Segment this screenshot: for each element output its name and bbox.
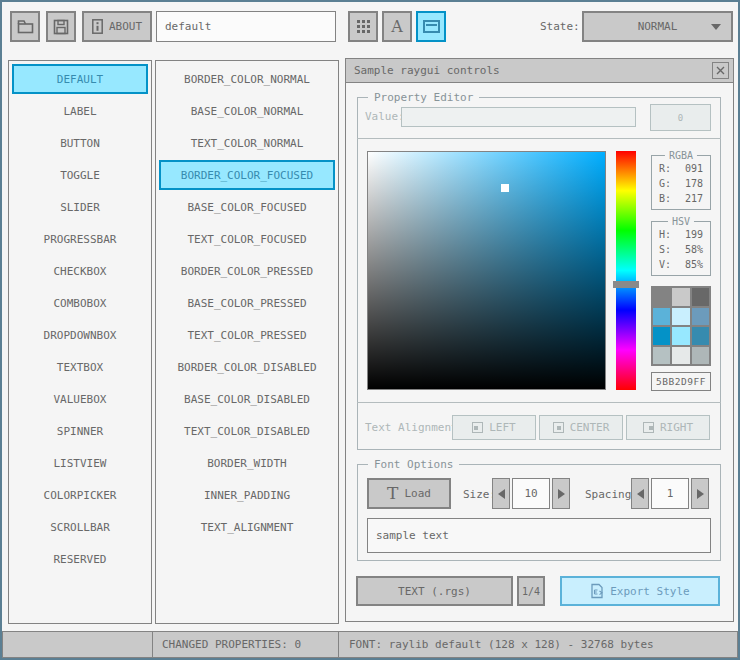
arrow-left-icon [498, 489, 505, 499]
swatch-base-disabled[interactable] [672, 347, 689, 365]
hsv-label: HSV [668, 216, 694, 227]
list-item-toggle[interactable]: TOGGLE [12, 160, 148, 190]
sample-controls-window: Sample raygui controls Property Editor V… [345, 58, 734, 622]
property-editor-label: Property Editor [368, 91, 479, 104]
statusbar-font-info: FONT: raylib default (128 x 128) - 32768… [338, 631, 738, 658]
list-item-text-alignment[interactable]: TEXT_ALIGNMENT [159, 512, 335, 542]
controls-view-button[interactable] [416, 11, 446, 42]
list-item-inner-padding[interactable]: INNER_PADDING [159, 480, 335, 510]
list-item-checkbox[interactable]: CHECKBOX [12, 256, 148, 286]
size-value-box[interactable]: 10 [512, 478, 550, 509]
swatch-border-focused[interactable] [653, 308, 670, 326]
statusbar-left-cell [2, 631, 153, 658]
hex-color-input[interactable]: 5BB2D9FF [651, 372, 711, 391]
list-item-colorpicker[interactable]: COLORPICKER [12, 480, 148, 510]
list-item-border-color-normal[interactable]: BORDER_COLOR_NORMAL [159, 64, 335, 94]
list-item-default[interactable]: DEFAULT [12, 64, 148, 94]
align-center-button[interactable]: CENTER [539, 415, 623, 440]
window-titlebar[interactable]: Sample raygui controls [346, 59, 733, 83]
list-item-border-color-focused[interactable]: BORDER_COLOR_FOCUSED [159, 160, 335, 190]
style-name-input[interactable]: default [156, 11, 336, 42]
rgba-r-row: R:091 [652, 161, 710, 176]
state-value: NORMAL [638, 20, 678, 33]
window-title: Sample raygui controls [354, 64, 500, 77]
list-item-text-color-normal[interactable]: TEXT_COLOR_NORMAL [159, 128, 335, 158]
export-style-button[interactable]: Export Style [560, 576, 720, 606]
swatch-border-normal[interactable] [653, 288, 670, 306]
hsv-v-row: V:85% [652, 257, 710, 272]
list-item-dropdownbox[interactable]: DROPDOWNBOX [12, 320, 148, 350]
list-item-base-color-disabled[interactable]: BASE_COLOR_DISABLED [159, 384, 335, 414]
font-options-label: Font Options [368, 458, 459, 471]
list-item-reserved[interactable]: RESERVED [12, 544, 148, 574]
spacing-decrement-button[interactable] [631, 478, 649, 509]
swatch-text-pressed[interactable] [692, 327, 709, 345]
list-item-base-color-pressed[interactable]: BASE_COLOR_PRESSED [159, 288, 335, 318]
list-item-progressbar[interactable]: PROGRESSBAR [12, 224, 148, 254]
swatch-base-normal[interactable] [672, 288, 689, 306]
rgba-g-row: G:178 [652, 176, 710, 191]
value-input[interactable] [401, 107, 636, 127]
rgba-label: RGBA [665, 150, 697, 161]
list-item-scrollbar[interactable]: SCROLLBAR [12, 512, 148, 542]
export-page-button[interactable]: 1/4 [517, 576, 545, 606]
style-name-value: default [165, 20, 211, 33]
list-item-combobox[interactable]: COMBOBOX [12, 288, 148, 318]
open-file-button[interactable] [10, 11, 40, 42]
export-format-button[interactable]: TEXT (.rgs) [356, 576, 513, 606]
list-item-spinner[interactable]: SPINNER [12, 416, 148, 446]
state-dropdown[interactable]: NORMAL [582, 11, 733, 42]
list-item-text-color-pressed[interactable]: TEXT_COLOR_PRESSED [159, 320, 335, 350]
font-view-button[interactable]: A [382, 11, 412, 42]
hue-bar[interactable] [616, 151, 636, 390]
list-item-text-color-focused[interactable]: TEXT_COLOR_FOCUSED [159, 224, 335, 254]
swatch-border-disabled[interactable] [653, 347, 670, 365]
color-picker-cursor[interactable] [501, 184, 509, 192]
rgba-group: RGBA R:091 G:178 B:217 [651, 155, 711, 210]
swatch-text-focused[interactable] [692, 308, 709, 326]
list-item-button[interactable]: BUTTON [12, 128, 148, 158]
about-button[interactable]: ABOUT [82, 11, 152, 42]
save-file-button[interactable] [46, 11, 76, 42]
rgba-b-row: B:217 [652, 191, 710, 206]
swatch-text-normal[interactable] [692, 288, 709, 306]
list-item-border-color-disabled[interactable]: BORDER_COLOR_DISABLED [159, 352, 335, 382]
spacing-value-box[interactable]: 1 [651, 478, 689, 509]
arrow-left-icon [637, 489, 644, 499]
align-right-button[interactable]: RIGHT [626, 415, 710, 440]
swatch-base-focused[interactable] [672, 308, 689, 326]
font-load-button[interactable]: T Load [367, 478, 451, 509]
size-decrement-button[interactable] [492, 478, 510, 509]
sample-text-input[interactable]: sample text [367, 518, 711, 553]
about-label: ABOUT [109, 20, 142, 33]
list-item-base-color-normal[interactable]: BASE_COLOR_NORMAL [159, 96, 335, 126]
list-item-border-color-pressed[interactable]: BORDER_COLOR_PRESSED [159, 256, 335, 286]
style-colors-grid [651, 286, 711, 366]
rguistyler-app: ABOUT default A State: NORMAL DEFAULT LA… [0, 0, 740, 660]
swatch-border-pressed[interactable] [653, 327, 670, 345]
hsv-group: HSV H:199 S:58% V:85% [651, 221, 711, 276]
align-left-button[interactable]: LEFT [452, 415, 536, 440]
spacing-increment-button[interactable] [691, 478, 709, 509]
list-item-border-width[interactable]: BORDER_WIDTH [159, 448, 335, 478]
close-icon [716, 66, 725, 75]
text-alignment-label: Text Alignment: [365, 421, 464, 434]
swatch-text-disabled[interactable] [692, 347, 709, 365]
floppy-icon [53, 19, 69, 35]
size-increment-button[interactable] [552, 478, 570, 509]
list-item-text-color-disabled[interactable]: TEXT_COLOR_DISABLED [159, 416, 335, 446]
list-item-base-color-focused[interactable]: BASE_COLOR_FOCUSED [159, 192, 335, 222]
arrow-right-icon [697, 489, 704, 499]
list-item-listview[interactable]: LISTVIEW [12, 448, 148, 478]
value-apply-button[interactable]: 0 [650, 104, 711, 131]
list-item-valuebox[interactable]: VALUEBOX [12, 384, 148, 414]
divider-top [357, 138, 721, 139]
list-item-textbox[interactable]: TEXTBOX [12, 352, 148, 382]
list-item-label[interactable]: LABEL [12, 96, 148, 126]
close-button[interactable] [712, 62, 729, 79]
hue-slider-handle[interactable] [613, 281, 639, 288]
list-item-slider[interactable]: SLIDER [12, 192, 148, 222]
style-table-view-button[interactable] [348, 11, 378, 42]
swatch-base-pressed[interactable] [672, 327, 689, 345]
color-saturation-value-panel[interactable] [367, 151, 606, 390]
